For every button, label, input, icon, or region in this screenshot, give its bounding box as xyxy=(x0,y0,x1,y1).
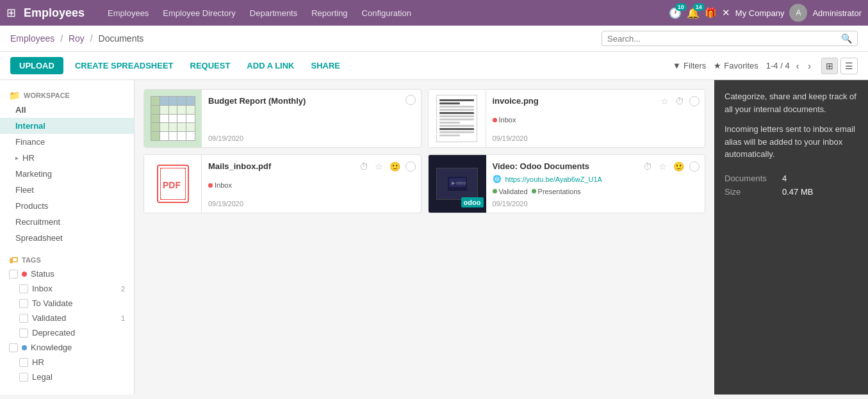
doc-star-mails[interactable]: ☆ xyxy=(373,160,384,173)
tag-inbox-label: Inbox xyxy=(32,284,53,293)
tag-knowledge[interactable]: Knowledge xyxy=(0,340,134,355)
invoice-line xyxy=(439,125,474,127)
doc-star-video[interactable]: ☆ xyxy=(657,160,668,173)
breadcrumb-sep1: / xyxy=(60,33,63,44)
tag-status-dot xyxy=(22,272,27,277)
favorites-button[interactable]: ★ Favorites xyxy=(714,61,758,70)
doc-select-invoice[interactable] xyxy=(689,96,700,106)
tag-to-validate-checkbox[interactable] xyxy=(19,299,28,308)
sidebar-item-finance[interactable]: Finance xyxy=(0,134,134,150)
company-name[interactable]: My Company xyxy=(735,8,785,18)
grid-view-button[interactable]: ⊞ xyxy=(821,58,838,74)
nav-configuration[interactable]: Configuration xyxy=(356,0,418,26)
tag-validated-checkbox[interactable] xyxy=(19,314,28,323)
search-icon[interactable]: 🔍 xyxy=(841,33,852,44)
cell xyxy=(169,106,177,114)
invoice-line xyxy=(439,112,474,114)
main-nav-menu: Employees Employee Directory Departments… xyxy=(101,0,665,26)
doc-clock-video[interactable]: ⏱ xyxy=(642,160,653,173)
sidebar-item-all[interactable]: All xyxy=(0,102,134,118)
tag-inbox[interactable]: Inbox 2 xyxy=(0,281,134,296)
sidebar-item-spreadsheet[interactable]: Spreadsheet xyxy=(0,230,134,246)
next-page-button[interactable]: › xyxy=(805,60,814,72)
tag-hr-checkbox[interactable] xyxy=(19,358,28,367)
nav-reporting[interactable]: Reporting xyxy=(305,0,354,26)
svg-text:▶ odoo: ▶ odoo xyxy=(452,181,466,185)
tag-legal-checkbox[interactable] xyxy=(19,373,28,382)
cell xyxy=(169,115,177,123)
doc-smiley-mails[interactable]: 🙂 xyxy=(388,160,402,173)
create-spreadsheet-button[interactable]: CREATE SPREADSHEET xyxy=(70,57,179,74)
pdf-icon: PDF xyxy=(157,165,189,203)
tag-knowledge-checkbox[interactable] xyxy=(9,343,18,352)
nav-employee-directory[interactable]: Employee Directory xyxy=(156,0,242,26)
breadcrumb-employees[interactable]: Employees xyxy=(10,33,54,44)
tag-validated-label: Validated xyxy=(32,313,66,323)
sidebar-item-products[interactable]: Products xyxy=(0,198,134,214)
tag-status-checkbox[interactable] xyxy=(9,270,18,279)
sidebar-item-fleet[interactable]: Fleet xyxy=(0,182,134,198)
grid-icon[interactable]: ⊞ xyxy=(6,6,16,20)
cell xyxy=(151,132,160,140)
invoice-line xyxy=(439,118,474,120)
doc-card-video[interactable]: ▶ odoo odoo Video: Odoo Documents 🌐 http… xyxy=(428,154,706,213)
filters-button[interactable]: ▼ Filters xyxy=(673,61,706,70)
list-view-button[interactable]: ☰ xyxy=(840,58,858,74)
doc-thumb-budget xyxy=(144,90,202,147)
prev-page-button[interactable]: ‹ xyxy=(794,60,802,72)
close-icon[interactable]: ✕ xyxy=(722,7,730,19)
doc-clock-mails[interactable]: ⏱ xyxy=(358,160,370,173)
cell xyxy=(186,106,195,114)
nav-employees[interactable]: Employees xyxy=(101,0,155,26)
tag-deprecated[interactable]: Deprecated xyxy=(0,325,134,340)
doc-tag-inbox-mails: Inbox xyxy=(208,181,232,189)
upload-button[interactable]: UPLOAD xyxy=(10,57,63,74)
doc-select-video[interactable] xyxy=(689,161,700,172)
bell-badge-btn[interactable]: 🔔 14 xyxy=(687,7,700,19)
tag-validated[interactable]: Validated 1 xyxy=(0,311,134,325)
toolbar-right: ▼ Filters ★ Favorites 1-4 / 4 ‹ › ⊞ ☰ xyxy=(673,58,858,74)
doc-smiley-video[interactable]: 🙂 xyxy=(672,160,685,173)
gift-icon[interactable]: 🎁 xyxy=(705,7,717,19)
add-link-button[interactable]: ADD A LINK xyxy=(242,57,299,74)
cell xyxy=(177,123,186,131)
request-button[interactable]: REQUEST xyxy=(185,57,236,74)
invoice-line xyxy=(439,128,474,130)
doc-link-video[interactable]: https://youtu.be/Ayab6wZ_U1A xyxy=(505,175,602,183)
tag-hr[interactable]: HR xyxy=(0,355,134,370)
nav-departments[interactable]: Departments xyxy=(243,0,304,26)
doc-tag-validated: Validated xyxy=(493,188,528,195)
tag-status[interactable]: Status xyxy=(0,266,134,281)
user-name[interactable]: Administrator xyxy=(812,8,862,18)
clock-badge-btn[interactable]: 🕐 10 xyxy=(669,7,682,19)
tag-inbox-checkbox[interactable] xyxy=(19,284,28,293)
sidebar-item-marketing[interactable]: Marketing xyxy=(0,166,134,182)
doc-select-mails[interactable] xyxy=(405,161,416,172)
breadcrumb-row: Employees / Roy / Documents 🔍 xyxy=(0,26,868,52)
doc-select-budget[interactable] xyxy=(405,95,416,105)
doc-clock-invoice[interactable]: ⏱ xyxy=(674,95,685,108)
doc-card-invoice[interactable]: invoice.png Inbox 09/19/2020 ☆ ⏱ xyxy=(428,89,706,148)
cell xyxy=(160,115,168,123)
share-button[interactable]: SHARE xyxy=(306,57,346,74)
tag-validated-count: 1 xyxy=(121,314,125,322)
cell xyxy=(151,97,160,105)
doc-title-budget: Budget Report (Monthly) xyxy=(208,96,414,106)
pagination: 1-4 / 4 ‹ › xyxy=(766,60,814,72)
sidebar-item-hr[interactable]: HR xyxy=(0,150,134,166)
doc-actions-mails: ⏱ ☆ 🙂 xyxy=(358,160,416,173)
search-input[interactable] xyxy=(607,34,841,44)
tag-deprecated-checkbox[interactable] xyxy=(19,329,28,338)
filter-icon: ▼ xyxy=(673,61,681,70)
tag-legal[interactable]: Legal xyxy=(0,370,134,384)
breadcrumb-roy[interactable]: Roy xyxy=(69,33,85,44)
sidebar-item-internal[interactable]: Internal xyxy=(0,118,134,134)
doc-card-budget-report[interactable]: Budget Report (Monthly) 09/19/2020 xyxy=(143,89,422,148)
doc-card-mails-inbox[interactable]: PDF Mails_inbox.pdf Inbox 09/19/2020 ⏱ ☆… xyxy=(143,154,422,213)
tag-to-validate[interactable]: To Validate xyxy=(0,296,134,311)
user-avatar[interactable]: A xyxy=(789,4,807,22)
video-logo-badge: odoo xyxy=(461,197,484,208)
doc-actions-invoice: ☆ ⏱ xyxy=(659,95,700,108)
doc-star-invoice[interactable]: ☆ xyxy=(659,95,670,108)
sidebar-item-recruitment[interactable]: Recruitment xyxy=(0,214,134,230)
